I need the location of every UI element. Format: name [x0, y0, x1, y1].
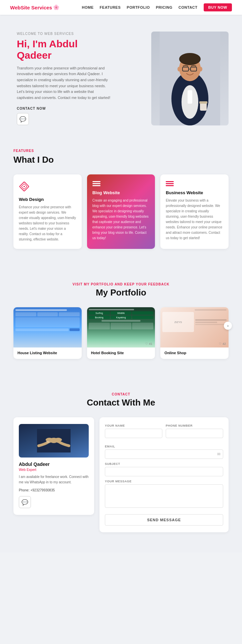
form-subject-group: SUBJECT	[105, 462, 223, 476]
svg-point-10	[199, 67, 202, 71]
feature-desc-blog: Create an engaging and professional blog…	[92, 198, 150, 241]
form-email-input[interactable]	[105, 449, 223, 459]
feature-desc-business: Elevate your business with a professiona…	[166, 198, 223, 241]
blog-icon	[92, 181, 150, 186]
features-tag: FEATURES	[13, 149, 229, 153]
portfolio-card-house-listing[interactable]: House Listing Website	[13, 307, 82, 359]
form-name-phone-row: YOUR NAME PHONE NUMBER	[105, 424, 223, 441]
feature-title-blog: Blog Website	[92, 190, 150, 195]
hero-image	[151, 32, 229, 125]
portfolio-wrapper: House Listing Website Surfing Wildlife B	[13, 307, 229, 359]
contact-title: Contact With Me	[13, 397, 229, 408]
buy-now-button[interactable]: BUY NOW	[204, 3, 232, 11]
hero-section: WELCOME TO WEB SERVICES Hi, I'm Abdul Qa…	[0, 15, 242, 132]
svg-rect-13	[199, 101, 207, 104]
features-title: What I Do	[13, 155, 229, 165]
portfolio-card-shop[interactable]: ZIZYS ♡42 Online Shop	[160, 307, 229, 359]
feature-desc-web-design: Enhance your online presence with expert…	[19, 205, 76, 242]
feature-card-business: Business Website Elevate your business w…	[160, 174, 229, 249]
portfolio-info-hotel: Hotel Booking Site	[87, 347, 155, 359]
svg-point-18	[50, 438, 58, 443]
contact-person-role: Web Expert	[19, 468, 89, 472]
hero-subtitle: WELCOME TO WEB SERVICES	[17, 32, 111, 36]
form-subject-label: SUBJECT	[105, 462, 223, 466]
svg-rect-19	[46, 441, 50, 443]
whatsapp-contact-button[interactable]: 💬	[17, 113, 29, 125]
nav-contact[interactable]: CONTACT	[178, 5, 197, 9]
portfolio-section: VISIT MY PORTFOLIO AND KEEP YOUR FEEDBAC…	[0, 266, 242, 376]
contact-person-desc: I am available for freelance work. Conne…	[19, 474, 89, 485]
contact-phone: Phone: +923279930835	[19, 488, 89, 492]
portfolio-info-shop: Online Shop	[160, 347, 229, 359]
hero-text-block: WELCOME TO WEB SERVICES Hi, I'm Abdul Qa…	[17, 32, 111, 125]
web-design-icon	[19, 181, 76, 193]
send-message-button[interactable]: SEND MESSAGE	[105, 514, 223, 526]
form-subject-input[interactable]	[105, 467, 223, 476]
portfolio-info-house: House Listing Website	[13, 347, 82, 359]
form-message-textarea[interactable]	[105, 484, 223, 508]
portfolio-like-shop: ♡42	[219, 342, 226, 345]
svg-point-9	[177, 67, 181, 71]
contact-whatsapp-button[interactable]: 💬	[19, 496, 31, 508]
contact-now-label: CONTACT NOW	[17, 107, 111, 110]
contact-person-card: Abdul Qadeer Web Expert I am available f…	[13, 417, 94, 515]
hero-description: Transform your online presence with prof…	[17, 65, 111, 101]
contact-section: CONTACT Contact With Me Abdul Qadeer	[0, 376, 242, 552]
svg-point-16	[24, 186, 25, 187]
navbar: WebSite Services 🌸 HOME FEATURES PORTFOL…	[0, 0, 242, 15]
form-email-group: EMAIL ✉	[105, 445, 223, 459]
portfolio-card-hotel[interactable]: Surfing Wildlife Booking Kayaking	[87, 307, 155, 359]
contact-person-name: Abdul Qadeer	[19, 462, 89, 467]
form-email-label: EMAIL	[105, 445, 223, 448]
portfolio-img-shop: ZIZYS ♡42	[160, 307, 229, 347]
portfolio-img-hotel: Surfing Wildlife Booking Kayaking	[87, 307, 155, 347]
svg-point-5	[179, 53, 201, 65]
features-section: FEATURES What I Do Web Design Enhance yo…	[0, 132, 242, 266]
form-phone-group: PHONE NUMBER	[166, 424, 223, 438]
nav-features[interactable]: FEATURES	[100, 5, 121, 9]
nav-portfolio[interactable]: PORTFOLIO	[127, 5, 150, 9]
logo-icon: 🌸	[53, 4, 59, 10]
hero-title: Hi, I'm Abdul Qadeer	[17, 38, 111, 61]
form-phone-input[interactable]	[166, 429, 223, 438]
portfolio-img-house	[13, 307, 82, 347]
nav-pricing[interactable]: PRICING	[156, 5, 172, 9]
form-message-label: YOUR MESSAGE	[105, 480, 223, 483]
business-icon	[166, 181, 223, 186]
hero-person-photo	[151, 32, 229, 125]
feature-card-blog: Blog Website Create an engaging and prof…	[87, 174, 155, 249]
contact-grid: Abdul Qadeer Web Expert I am available f…	[13, 417, 229, 532]
contact-tag: CONTACT	[13, 392, 229, 396]
portfolio-grid: House Listing Website Surfing Wildlife B	[13, 307, 229, 359]
portfolio-like-hotel: ♡41	[145, 342, 152, 345]
form-name-group: YOUR NAME	[105, 424, 162, 438]
whatsapp-icon: 💬	[19, 116, 26, 122]
site-logo[interactable]: WebSite Services 🌸	[10, 4, 59, 10]
contact-form-card: YOUR NAME PHONE NUMBER EMAIL ✉ SUBJECT	[99, 417, 229, 532]
contact-handshake-image	[19, 424, 89, 458]
nav-home[interactable]: HOME	[82, 5, 94, 9]
logo-text: WebSite Services	[10, 5, 52, 10]
form-phone-label: PHONE NUMBER	[166, 424, 223, 427]
form-message-group: YOUR MESSAGE	[105, 480, 223, 509]
portfolio-name-shop: Online Shop	[164, 351, 225, 355]
form-name-input[interactable]	[105, 429, 162, 438]
feature-card-web-design: Web Design Enhance your online presence …	[13, 174, 82, 249]
nav-links: HOME FEATURES PORTFOLIO PRICING CONTACT …	[82, 3, 232, 11]
portfolio-next-arrow[interactable]: ›	[224, 322, 232, 330]
email-icon: ✉	[217, 452, 220, 457]
feature-title-web-design: Web Design	[19, 197, 76, 202]
feature-title-business: Business Website	[166, 190, 223, 195]
portfolio-name-house: House Listing Website	[17, 351, 78, 355]
contact-whatsapp-icon: 💬	[22, 499, 28, 505]
form-name-label: YOUR NAME	[105, 424, 162, 427]
portfolio-subtitle: VISIT MY PORTFOLIO AND KEEP YOUR FEEDBAC…	[13, 282, 229, 286]
portfolio-name-hotel: Hotel Booking Site	[91, 351, 151, 355]
portfolio-title: My Portfolio	[13, 287, 229, 298]
svg-rect-3	[188, 90, 192, 104]
hero-title-start: Hi, I'm	[17, 38, 49, 49]
features-grid: Web Design Enhance your online presence …	[13, 174, 229, 249]
